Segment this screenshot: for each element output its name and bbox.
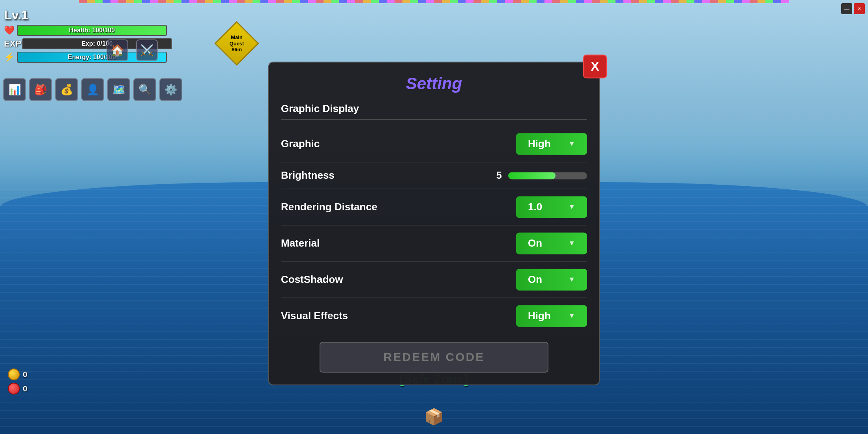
toolbar-section: 📊 🎒 💰 👤 🗺️ 🔍 ⚙️ bbox=[0, 75, 185, 104]
quest-distance: 86m bbox=[230, 47, 244, 53]
close-icon: X bbox=[591, 59, 599, 74]
material-value-btn[interactable]: On ▼ bbox=[516, 232, 587, 254]
dialog-box: X Setting Graphic Display Graphic High ▼… bbox=[268, 62, 600, 385]
rendering-distance-value-btn[interactable]: 1.0 ▼ bbox=[516, 196, 587, 218]
brightness-fill bbox=[508, 172, 556, 179]
rendering-distance-arrow: ▼ bbox=[568, 203, 575, 211]
graphic-value: High bbox=[528, 138, 551, 150]
exp-label: EXP bbox=[4, 39, 20, 49]
redeem-area bbox=[281, 342, 587, 372]
dialog-title: Setting bbox=[281, 74, 587, 93]
gem-icon bbox=[8, 383, 20, 395]
chest-icon: 📦 bbox=[424, 408, 444, 426]
level-badge: Lv.1 bbox=[4, 8, 172, 22]
material-row: Material On ▼ bbox=[281, 225, 587, 262]
bag-icon[interactable]: 🎒 bbox=[29, 78, 52, 101]
settings-icon[interactable]: ⚙️ bbox=[159, 78, 182, 101]
costshadow-value-btn[interactable]: On ▼ bbox=[516, 269, 587, 290]
nav-top: 🏠 ⚔️ bbox=[107, 39, 158, 61]
graphic-label: Graphic bbox=[281, 138, 320, 150]
rendering-distance-label: Rendering Distance bbox=[281, 201, 377, 213]
visual-effects-value-btn[interactable]: High ▼ bbox=[516, 305, 587, 327]
shop-icon[interactable]: 💰 bbox=[55, 78, 78, 101]
settings-dialog: X Setting Graphic Display Graphic High ▼… bbox=[268, 62, 600, 385]
combat-nav-btn[interactable]: ⚔️ bbox=[136, 39, 158, 61]
visual-effects-value: High bbox=[528, 310, 551, 322]
costshadow-row: CostShadow On ▼ bbox=[281, 262, 587, 298]
gems-value: 0 bbox=[23, 384, 27, 393]
coin-icon bbox=[8, 369, 20, 380]
brightness-row: Brightness 5 bbox=[281, 162, 587, 189]
costshadow-value: On bbox=[528, 273, 542, 286]
graphic-value-btn[interactable]: High ▼ bbox=[516, 133, 587, 155]
heart-icon: ❤️ bbox=[4, 25, 15, 36]
stats-icon[interactable]: 📊 bbox=[3, 78, 26, 101]
material-label: Material bbox=[281, 237, 320, 249]
search-icon[interactable]: 🔍 bbox=[133, 78, 156, 101]
minimize-btn[interactable]: — bbox=[841, 3, 852, 14]
window-controls: — × bbox=[841, 3, 865, 14]
brightness-label: Brightness bbox=[281, 169, 335, 181]
character-icon[interactable]: 👤 bbox=[81, 78, 104, 101]
redeem-code-input[interactable] bbox=[320, 342, 548, 372]
gems-display: 0 bbox=[8, 383, 27, 395]
window-close-btn[interactable]: × bbox=[854, 3, 865, 14]
graphic-dropdown-arrow: ▼ bbox=[568, 140, 575, 148]
map-icon[interactable]: 🗺️ bbox=[107, 78, 130, 101]
minimize-icon: — bbox=[844, 6, 849, 12]
visual-effects-row: Visual Effects High ▼ bbox=[281, 298, 587, 334]
health-bar: Health: 100/100 bbox=[17, 25, 167, 36]
rendering-distance-value: 1.0 bbox=[528, 201, 542, 213]
close-button[interactable]: X bbox=[583, 54, 607, 78]
health-bar-row: ❤️ Health: 100/100 bbox=[4, 25, 172, 36]
section-title: Graphic Display bbox=[281, 103, 587, 120]
quest-label: Main Quest bbox=[230, 34, 244, 47]
brightness-value: 5 bbox=[496, 169, 502, 181]
costshadow-arrow: ▼ bbox=[568, 275, 575, 284]
material-arrow: ▼ bbox=[568, 239, 575, 247]
home-nav-btn[interactable]: 🏠 bbox=[107, 39, 128, 61]
coins-value: 0 bbox=[23, 370, 27, 379]
rendering-distance-row: Rendering Distance 1.0 ▼ bbox=[281, 189, 587, 225]
brightness-bar[interactable] bbox=[508, 172, 587, 179]
quest-diamond: Main Quest 86m bbox=[214, 21, 259, 65]
quest-text: Main Quest 86m bbox=[230, 34, 244, 53]
streamers bbox=[79, 0, 789, 24]
currency-display: 0 0 bbox=[8, 369, 27, 395]
material-value: On bbox=[528, 237, 542, 249]
coins-display: 0 bbox=[8, 369, 27, 380]
graphic-row: Graphic High ▼ bbox=[281, 126, 587, 162]
main-quest-marker: Main Quest 86m bbox=[221, 28, 253, 59]
window-close-icon: × bbox=[858, 6, 861, 12]
brightness-control: 5 bbox=[496, 169, 587, 181]
energy-icon: ⚡ bbox=[4, 52, 15, 62]
visual-effects-label: Visual Effects bbox=[281, 310, 348, 322]
costshadow-label: CostShadow bbox=[281, 273, 343, 286]
health-text: Health: 100/100 bbox=[18, 27, 166, 34]
visual-effects-arrow: ▼ bbox=[568, 312, 575, 320]
